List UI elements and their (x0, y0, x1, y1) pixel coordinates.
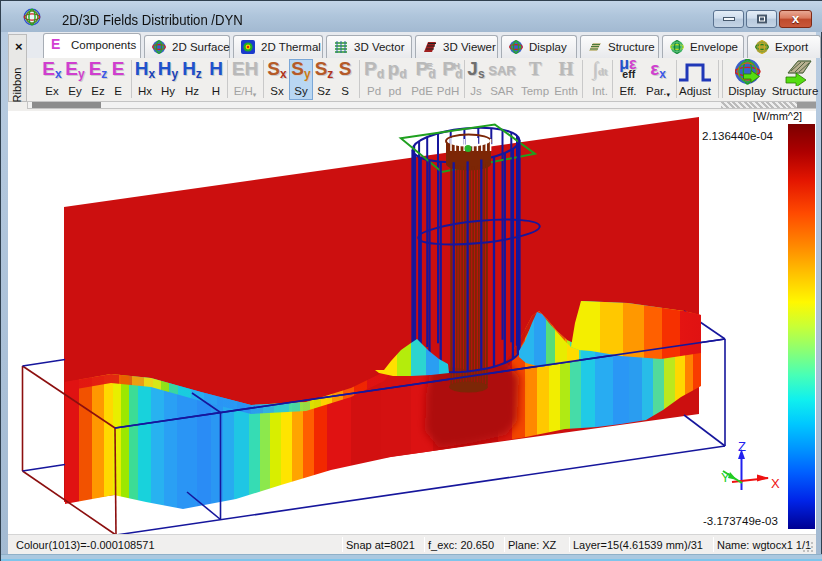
svg-text:X: X (771, 476, 780, 491)
svg-text:Z: Z (738, 439, 746, 454)
svg-text:Y: Y (721, 470, 730, 485)
